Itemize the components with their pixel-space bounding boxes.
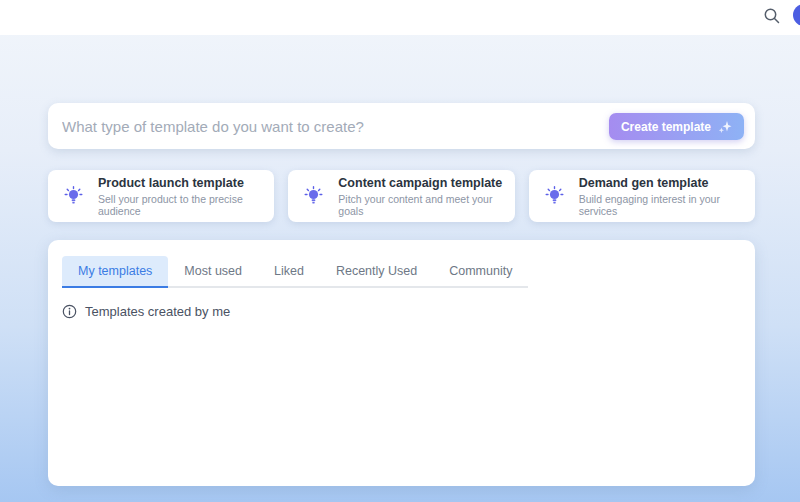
prompt-card: Create template [48,103,755,149]
empty-state-row: Templates created by me [62,304,741,319]
tab-most-used[interactable]: Most used [168,256,258,286]
suggestion-subtitle: Pitch your content and meet your goals [338,193,502,217]
suggestion-title: Demand gen template [579,176,743,190]
suggestion-title: Content campaign template [338,176,502,190]
topbar [0,0,800,35]
tab-community[interactable]: Community [433,256,528,286]
lightbulb-icon [302,185,325,208]
suggestion-subtitle: Build engaging interest in your services [579,193,743,217]
suggestion-card-content-campaign[interactable]: Content campaign template Pitch your con… [288,170,514,222]
avatar[interactable] [793,4,800,26]
template-prompt-input[interactable] [62,103,617,149]
empty-state-text: Templates created by me [85,304,230,319]
suggestion-card-demand-gen[interactable]: Demand gen template Build engaging inter… [529,170,755,222]
lightbulb-icon [543,185,566,208]
search-button[interactable] [760,5,784,29]
templates-panel: My templates Most used Liked Recently Us… [48,240,755,486]
suggestion-cards-row: Product launch template Sell your produc… [48,170,755,222]
tab-liked[interactable]: Liked [258,256,320,286]
templates-tabbar: My templates Most used Liked Recently Us… [62,256,528,288]
create-template-button[interactable]: Create template [609,113,744,140]
suggestion-subtitle: Sell your product to the precise audienc… [98,193,262,217]
sparkles-icon [718,120,732,134]
search-icon [763,7,781,28]
tab-my-templates[interactable]: My templates [62,256,168,286]
create-template-label: Create template [621,120,711,134]
lightbulb-icon [62,185,85,208]
app-window: Create template [0,0,800,502]
suggestion-title: Product launch template [98,176,262,190]
tab-recently-used[interactable]: Recently Used [320,256,433,286]
info-icon [62,304,77,319]
suggestion-card-product-launch[interactable]: Product launch template Sell your produc… [48,170,274,222]
